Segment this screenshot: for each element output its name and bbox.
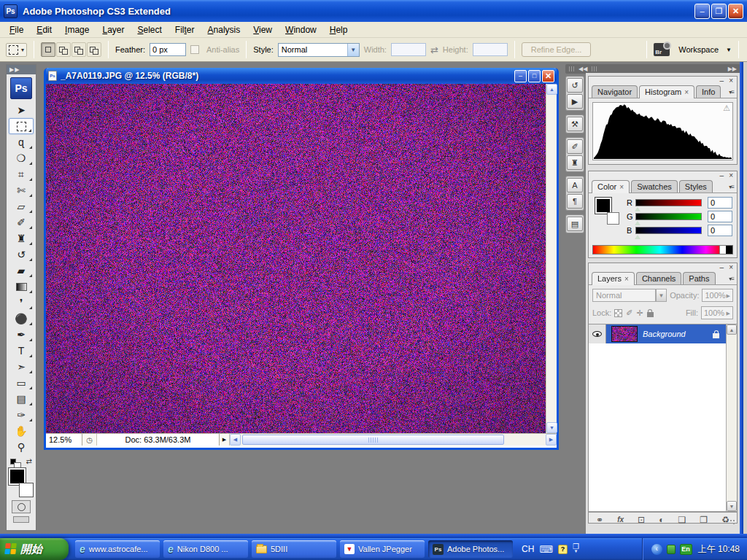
minimize-button[interactable]: – (694, 4, 710, 19)
blend-mode-select[interactable]: Normal (592, 289, 656, 302)
tab-histogram[interactable]: Histogram× (639, 85, 694, 98)
panel-menu-icon[interactable]: ▾≡ (729, 276, 734, 282)
menu-layer[interactable]: Layer (96, 23, 131, 37)
resize-grip[interactable] (729, 519, 736, 526)
panel-minimize-icon[interactable]: – (719, 264, 724, 271)
panel-minimize-icon[interactable]: – (719, 172, 724, 179)
tab-paths[interactable]: Paths (683, 272, 715, 284)
delete-layer-button[interactable]: ♻ (721, 516, 729, 524)
tray-app-icon[interactable] (667, 545, 676, 554)
visibility-cell[interactable] (589, 324, 606, 343)
add-layer-mask-button[interactable]: ⊡ (638, 516, 645, 524)
foreground-color-chip[interactable] (595, 198, 611, 214)
dock-grip[interactable] (569, 66, 574, 71)
restore-button[interactable]: ❐ (711, 4, 727, 19)
chevron-down-icon[interactable]: ▼ (656, 289, 667, 302)
healing-brush-tool[interactable]: ▱ (9, 198, 34, 214)
default-colors-icon[interactable] (10, 459, 16, 464)
style-select[interactable]: Normal ▼ (278, 43, 360, 57)
path-selection-tool[interactable]: ➣ (9, 359, 34, 375)
zoom-tool[interactable]: ⚲ (9, 439, 34, 455)
taskbar-button-www-astrocafe[interactable]: ewww.astrocafe... (75, 540, 160, 558)
lasso-tool[interactable]: ɋ (9, 134, 34, 150)
panel-close-icon[interactable]: × (729, 77, 733, 84)
chevron-down-icon[interactable]: ▼ (347, 44, 359, 56)
brush-tool[interactable]: ✐ (9, 214, 34, 230)
quick-mask-button[interactable] (12, 500, 31, 513)
rectangle-shape-tool[interactable]: ▭ (9, 375, 34, 391)
menu-select[interactable]: Select (131, 23, 168, 37)
channel-value-field[interactable]: 0 (708, 225, 732, 236)
link-layers-button[interactable]: ⚭ (596, 516, 603, 524)
swap-dimensions-icon[interactable]: ⇄ (430, 44, 438, 55)
background-color-chip[interactable] (607, 212, 619, 225)
history-panel-icon[interactable]: ↺ (567, 78, 583, 93)
feather-input[interactable]: 0 px (150, 43, 186, 56)
height-input[interactable] (473, 43, 508, 56)
close-tab-icon[interactable]: × (624, 275, 629, 283)
antialias-checkbox[interactable] (190, 45, 199, 54)
blur-tool[interactable]: ❜ (9, 295, 34, 311)
move-tool[interactable]: ➤ (9, 102, 34, 118)
slider-marker-icon[interactable] (635, 232, 640, 239)
background-color-chip[interactable] (19, 483, 34, 497)
panel-close-icon[interactable]: × (729, 264, 733, 271)
scroll-up-button[interactable]: ▲ (727, 324, 737, 335)
document-canvas-area[interactable] (46, 84, 546, 433)
tab-layers[interactable]: Layers× (592, 272, 635, 285)
slice-tool[interactable]: ✄ (9, 182, 34, 198)
channel-slider[interactable] (635, 227, 702, 234)
eye-icon[interactable] (592, 331, 602, 337)
gradient-tool[interactable] (9, 279, 34, 295)
tray-language-icon[interactable]: En (680, 544, 692, 555)
menu-image[interactable]: Image (58, 23, 96, 37)
language-help-icon[interactable]: ? (558, 545, 568, 554)
actions-panel-icon[interactable]: ▶ (567, 94, 583, 109)
layer-style-button[interactable]: fx (617, 516, 624, 524)
new-group-button[interactable]: ❏ (678, 516, 686, 524)
new-selection-button[interactable] (41, 42, 55, 57)
menu-filter[interactable]: Filter (169, 23, 201, 37)
opacity-field[interactable]: 100%▶ (702, 289, 733, 302)
taskbar-button-adobe-photos[interactable]: PsAdobe Photos... (428, 540, 513, 558)
character-panel-icon[interactable]: A (567, 178, 583, 192)
tab-styles[interactable]: Styles (679, 180, 713, 192)
taskbar-button-5diii[interactable]: 5DIII (252, 540, 336, 558)
close-tab-icon[interactable]: × (684, 88, 689, 96)
layers-scrollbar[interactable]: ▲ ▼ (726, 324, 737, 511)
menu-view[interactable]: View (247, 23, 279, 37)
scroll-up-button[interactable]: ▲ (546, 84, 557, 95)
width-input[interactable] (391, 43, 426, 56)
tool-preset-picker[interactable]: ▾ (6, 43, 27, 57)
tool-presets-panel-icon[interactable]: ⚒ (567, 117, 583, 131)
dock-collapse-icon[interactable]: ▶▶ (728, 66, 737, 72)
tab-swatches[interactable]: Swatches (631, 180, 678, 192)
close-button[interactable]: ✕ (728, 4, 743, 19)
status-menu-arrow[interactable]: ▶ (220, 434, 230, 446)
menu-edit[interactable]: Edit (30, 23, 58, 37)
clone-source-panel-icon[interactable]: ♜ (567, 155, 583, 170)
doc-close-button[interactable]: ✕ (542, 70, 554, 82)
black-swatch[interactable] (726, 246, 732, 254)
hide-icons-button[interactable]: ‹ (651, 544, 662, 555)
doc-minimize-button[interactable]: – (514, 70, 527, 82)
keyboard-icon[interactable]: ⌨ (539, 544, 553, 555)
scroll-down-button[interactable]: ▼ (727, 501, 737, 511)
add-to-selection-button[interactable] (56, 42, 71, 57)
eraser-tool[interactable]: ▰ (9, 262, 34, 279)
language-bar-restore-icon[interactable]: ❐▾ (573, 545, 579, 553)
tab-channels[interactable]: Channels (636, 272, 681, 284)
new-layer-button[interactable]: ❐ (700, 516, 708, 524)
fill-field[interactable]: 100%▶ (701, 306, 733, 319)
paragraph-panel-icon[interactable]: ¶ (567, 194, 583, 209)
close-tab-icon[interactable]: × (619, 183, 624, 191)
type-tool[interactable]: T (9, 343, 34, 359)
adjustment-layer-button[interactable]: ◐ (659, 516, 664, 524)
layer-thumbnail[interactable] (611, 326, 638, 342)
layer-name[interactable]: Background (643, 330, 713, 338)
language-indicator[interactable]: CH (522, 544, 534, 554)
subtract-from-selection-button[interactable] (71, 42, 86, 57)
dock-grip[interactable] (592, 66, 597, 71)
taskbar-button-nikon-d800[interactable]: eNikon D800 ... (163, 540, 248, 558)
lock-all-icon[interactable] (647, 312, 654, 317)
